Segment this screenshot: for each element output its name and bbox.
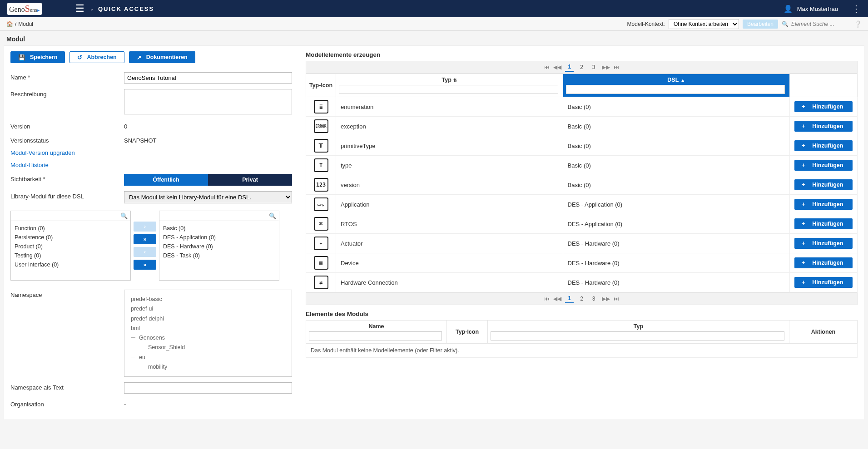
table-row: ✦ActuatorDES - Hardware (0)+Hinzufügen	[306, 234, 858, 253]
plus-icon: +	[802, 221, 805, 227]
picklist-item[interactable]: DES - Application (0)	[163, 233, 275, 242]
ns-item[interactable]: predef-ui	[131, 304, 285, 314]
table-row: ERRORexceptionBasic (0)+Hinzufügen	[306, 117, 858, 136]
pager-page[interactable]: 1	[565, 63, 574, 72]
dsl-cell: DES - Hardware (0)	[563, 273, 790, 292]
pager-first-icon[interactable]: ⏮	[544, 296, 550, 302]
help-icon[interactable]: ❔	[854, 20, 862, 28]
name-input[interactable]	[124, 72, 292, 84]
add-button[interactable]: +Hinzufügen	[794, 121, 853, 132]
type-cell: type	[336, 156, 563, 175]
col-dsl[interactable]: DSL▲	[563, 74, 790, 97]
pager-next-icon[interactable]: ▶▶	[602, 64, 610, 70]
description-textarea[interactable]	[124, 89, 292, 114]
me-col-name[interactable]: Name	[306, 321, 447, 344]
pager-prev-icon[interactable]: ◀◀	[553, 64, 561, 70]
add-button[interactable]: +Hinzufügen	[794, 277, 853, 288]
kebab-menu-icon[interactable]: ⋮	[852, 3, 861, 14]
picklist-item[interactable]: DES - Task (0)	[163, 251, 275, 260]
move-left-button[interactable]: ‹	[134, 247, 156, 257]
pager-page[interactable]: 3	[590, 295, 598, 303]
me-filter-name[interactable]	[309, 331, 442, 340]
version-status-value: SNAPSHOT	[124, 135, 292, 144]
upgrade-version-link[interactable]: Modul-Version upgraden	[10, 147, 292, 159]
picklist-item[interactable]: Testing (0)	[15, 251, 127, 260]
organisation-label: Organisation	[10, 399, 124, 408]
me-col-type[interactable]: Typ	[488, 321, 789, 344]
picklist-item[interactable]: DES - Hardware (0)	[163, 242, 275, 251]
picklist-item[interactable]: Persistence (0)	[15, 233, 127, 242]
pager-page[interactable]: 3	[590, 63, 598, 71]
add-button[interactable]: +Hinzufügen	[794, 218, 853, 229]
visibility-toggle[interactable]: Öffentlich Privat	[124, 174, 292, 186]
add-button[interactable]: +Hinzufügen	[794, 179, 853, 190]
picklist-item[interactable]: Basic (0)	[163, 224, 275, 233]
ns-item[interactable]: mobility	[131, 362, 285, 372]
plus-icon: +	[802, 279, 805, 286]
document-button[interactable]: ↗ Dokumentieren	[129, 51, 195, 63]
pager-next-icon[interactable]: ▶▶	[602, 296, 610, 302]
add-button[interactable]: +Hinzufügen	[794, 140, 853, 151]
add-button[interactable]: +Hinzufügen	[794, 238, 853, 249]
picklist-available-search[interactable]	[14, 213, 120, 219]
breadcrumb[interactable]: 🏠 / Modul	[6, 21, 33, 27]
type-cell: Hardware Connection	[336, 273, 563, 292]
pager-last-icon[interactable]: ⏭	[614, 296, 619, 302]
type-icon: ▦	[314, 256, 328, 270]
menu-icon[interactable]: ☰	[75, 3, 84, 15]
module-history-link[interactable]: Modul-Historie	[10, 159, 292, 171]
dsl-cell: DES - Application (0)	[563, 195, 790, 214]
move-all-left-button[interactable]: «	[134, 260, 156, 270]
pager-prev-icon[interactable]: ◀◀	[553, 296, 561, 302]
ns-item[interactable]: predef-basic	[131, 295, 285, 304]
context-select[interactable]: Ohne Kontext arbeiten	[669, 19, 739, 29]
type-icon: ERROR	[314, 119, 328, 133]
me-filter-type[interactable]	[491, 331, 784, 340]
type-cell: Device	[336, 253, 563, 273]
ns-item[interactable]: predef-delphi	[131, 314, 285, 324]
move-right-button[interactable]: ›	[134, 222, 156, 232]
pager-page[interactable]: 2	[577, 295, 586, 303]
table-row: ≣enumerationBasic (0)+Hinzufügen	[306, 97, 858, 117]
add-button[interactable]: +Hinzufügen	[794, 257, 853, 268]
visibility-public[interactable]: Öffentlich	[124, 174, 208, 186]
user-name[interactable]: Max Musterfrau	[797, 5, 838, 12]
picklist-item[interactable]: Function (0)	[15, 224, 127, 233]
namespace-text-input[interactable]	[124, 382, 292, 394]
add-button[interactable]: +Hinzufügen	[794, 199, 853, 210]
type-cell: RTOS	[336, 214, 563, 234]
search-input[interactable]	[791, 21, 846, 27]
quick-access-menu[interactable]: ⌄ QUICK ACCESS	[90, 5, 154, 12]
pager-first-icon[interactable]: ⏮	[544, 64, 550, 70]
pager-page[interactable]: 1	[565, 294, 574, 303]
type-icon: ✦	[314, 237, 328, 250]
pager-last-icon[interactable]: ⏭	[614, 64, 619, 70]
dsl-cell: Basic (0)	[563, 97, 790, 117]
library-module-select[interactable]: Das Modul ist kein Library-Modul für ein…	[124, 191, 292, 203]
picklist-item[interactable]: Product (0)	[15, 242, 127, 251]
ns-item-expandable[interactable]: eu	[131, 353, 285, 362]
filter-typ-input[interactable]	[339, 85, 558, 94]
namespace-tree[interactable]: predef-basic predef-ui predef-delphi bml…	[124, 290, 292, 377]
edit-button[interactable]: Bearbeiten	[743, 20, 778, 29]
picklist-selected-search[interactable]	[162, 213, 269, 219]
breadcrumb-module[interactable]: Modul	[18, 21, 33, 27]
ns-item[interactable]: bml	[131, 324, 285, 333]
visibility-label: Sichtbarkeit	[10, 176, 45, 183]
filter-dsl-input[interactable]	[566, 85, 785, 94]
me-col-actions: Aktionen	[789, 321, 858, 344]
cancel-button[interactable]: ↺ Abbrechen	[69, 51, 124, 63]
add-button[interactable]: +Hinzufügen	[794, 101, 853, 112]
ns-item[interactable]: Sensor_Shield	[131, 343, 285, 352]
col-typ[interactable]: Typ⇅	[336, 74, 563, 97]
picklist-item[interactable]: User Interface (0)	[15, 260, 127, 269]
type-icon: 𝕋	[314, 139, 328, 153]
move-all-right-button[interactable]: »	[134, 234, 156, 244]
add-button[interactable]: +Hinzufügen	[794, 160, 853, 171]
pager-page[interactable]: 2	[577, 63, 586, 71]
home-icon[interactable]: 🏠	[6, 21, 13, 27]
plus-icon: +	[802, 201, 805, 207]
save-button[interactable]: 💾 Speichern	[10, 51, 65, 63]
ns-item-expandable[interactable]: Genosens	[131, 333, 285, 343]
visibility-private[interactable]: Privat	[208, 174, 292, 186]
